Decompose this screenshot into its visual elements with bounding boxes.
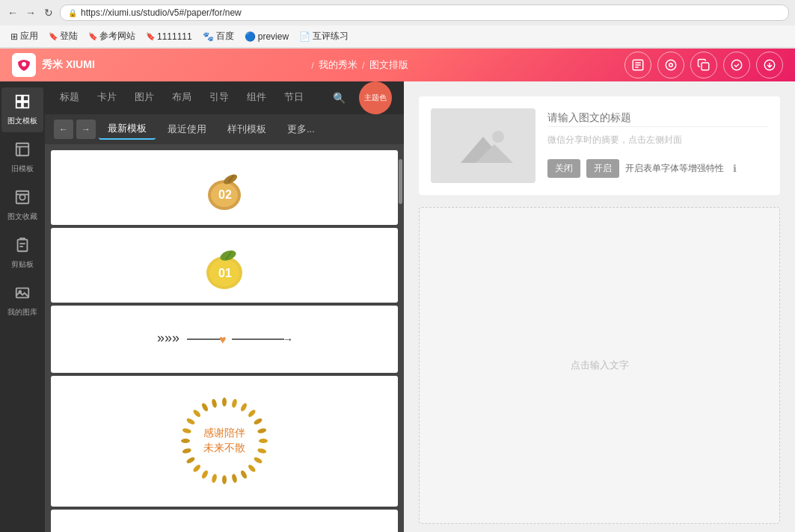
bookmark-icon: 🔖 [88,32,97,40]
svg-point-50 [231,398,238,408]
template-grid: 02 01 [45,144,404,532]
forward-button[interactable]: → [24,6,37,19]
svg-point-38 [211,474,218,483]
search-icon[interactable]: 🔍 [325,84,353,111]
bookmark-ref[interactable]: 🔖 参考网站 [84,28,140,44]
template-item-1[interactable]: 02 [51,150,398,225]
toggle-off-button[interactable]: 关闭 [547,159,580,178]
app-logo: 秀米 XIUMI [12,53,95,77]
template-item-3[interactable]: »»» ♥ → [51,306,398,373]
tab-card[interactable]: 卡片 [88,83,126,113]
preview-icon: 🔵 [245,31,256,42]
toggle-row: 关闭 开启 开启表单字体等增强特性 ℹ [547,159,768,178]
svg-point-65 [492,131,504,143]
tab-component[interactable]: 组件 [238,83,275,113]
sub-tab-more[interactable]: 更多... [278,120,324,139]
breadcrumb-item-1[interactable]: 我的秀米 [319,58,357,72]
svg-point-0 [22,62,26,66]
toggle-on-button[interactable]: 开启 [586,159,619,178]
article-title-input[interactable] [547,108,768,127]
tab-guide[interactable]: 引导 [200,83,238,113]
next-button[interactable]: → [76,120,96,139]
svg-point-35 [239,469,248,479]
svg-point-40 [192,463,202,473]
tab-layout[interactable]: 布局 [163,83,200,113]
sub-tabs-bar: ← → 最新模板 最近使用 样刊模板 更多... [45,114,404,144]
bookmark-apps[interactable]: ⊞ 应用 [6,28,43,44]
template-panel: 标题 卡片 图片 布局 引导 组件 节日 [45,81,404,532]
bookmark-icon: 🔖 [146,32,155,40]
template-tabs-bar: 标题 卡片 图片 布局 引导 组件 节日 [45,81,404,114]
sidebar-item-myimage[interactable]: 我的图库 [1,279,43,324]
svg-point-31 [259,439,268,443]
tab-title[interactable]: 标题 [51,83,88,113]
bookmark-login[interactable]: 🔖 登陆 [44,28,82,44]
theme-color-label: 主题色 [364,93,387,102]
svg-text:»»»: »»» [157,330,179,345]
svg-point-42 [182,448,191,454]
sidebar-label-old: 旧模板 [11,164,34,174]
bookmark-icon: 🔖 [49,32,58,40]
doc-icon: 📄 [299,31,310,42]
bookmark-preview[interactable]: 🔵 preview [240,30,293,43]
sidebar-item-clipboard[interactable]: 剪贴板 [1,231,43,276]
svg-rect-4 [702,63,709,70]
bookmark-practice[interactable]: 📄 互评练习 [295,28,353,44]
address-bar[interactable]: 🔒 https://xiumi.us/studio/v5#/paper/for/… [60,4,789,21]
svg-point-2 [666,60,676,70]
template-item-4[interactable]: 感谢陪伴 未来不散 [51,376,398,507]
svg-point-48 [211,398,218,408]
tab-holiday[interactable]: 节日 [275,83,313,113]
sidebar-label-myimage: 我的图库 [7,307,37,318]
svg-rect-10 [23,102,28,108]
svg-rect-14 [18,240,28,252]
save-button[interactable] [657,52,684,78]
bookmark-1111111[interactable]: 🔖 1111111 [141,30,197,43]
brand-text: 秀米 XIUMI [42,58,95,72]
file-button[interactable] [624,52,651,78]
bookmarks-bar: ⊞ 应用 🔖 登陆 🔖 参考网站 🔖 1111111 🐾 百度 🔵 previe… [0,25,795,48]
browser-chrome: ← → ↻ 🔒 https://xiumi.us/studio/v5#/pape… [0,0,795,49]
sub-tab-magazine[interactable]: 样刊模板 [218,120,275,139]
sub-tab-latest[interactable]: 最新模板 [99,119,156,140]
svg-point-32 [257,448,267,454]
article-thumbnail[interactable] [431,108,535,183]
tab-image[interactable]: 图片 [126,83,163,113]
scrollbar-thumb[interactable] [399,159,402,204]
sidebar-item-template[interactable]: 图文模板 [1,87,43,132]
copy-button[interactable] [690,52,717,78]
bookmark-baidu[interactable]: 🐾 百度 [198,28,239,44]
theme-color-button[interactable]: 主题色 [359,81,392,114]
article-fields: 微信分享时的摘要，点击左侧封面 关闭 开启 开启表单字体等增强特性 ℹ [547,108,768,183]
template-item-2[interactable]: 01 [51,228,398,303]
template-icon [14,93,31,114]
svg-point-13 [19,194,25,200]
svg-text:♥: ♥ [219,333,227,346]
svg-text:感谢陪伴: 感谢陪伴 [203,427,245,439]
template-item-5[interactable] [51,510,398,532]
more-button[interactable] [756,52,783,78]
back-button[interactable]: ← [6,6,19,19]
svg-point-39 [200,469,209,479]
left-sidebar: 图文模板 旧模板 图文 [0,81,45,532]
prev-button[interactable]: ← [54,120,73,139]
svg-point-46 [192,409,202,418]
svg-point-51 [239,402,248,412]
sidebar-item-old[interactable]: 旧模板 [1,135,43,180]
article-desc: 微信分享时的摘要，点击左侧封面 [547,133,768,147]
svg-text:→: → [283,333,293,345]
sub-tab-recent[interactable]: 最近使用 [159,120,215,139]
sidebar-item-collection[interactable]: 图文收藏 [1,183,43,228]
old-template-icon [14,141,31,161]
svg-point-53 [253,417,263,425]
sidebar-label-collection: 图文收藏 [7,211,37,222]
check-button[interactable] [723,52,750,78]
toggle-feature-label: 开启表单字体等增强特性 [625,162,724,175]
svg-point-52 [247,409,257,418]
content-area[interactable]: 点击输入文字 [419,207,780,524]
main-area: 图文模板 旧模板 图文 [0,81,795,532]
svg-point-5 [731,60,742,70]
svg-point-47 [200,402,209,412]
refresh-button[interactable]: ↻ [42,6,55,19]
svg-point-54 [257,427,267,434]
